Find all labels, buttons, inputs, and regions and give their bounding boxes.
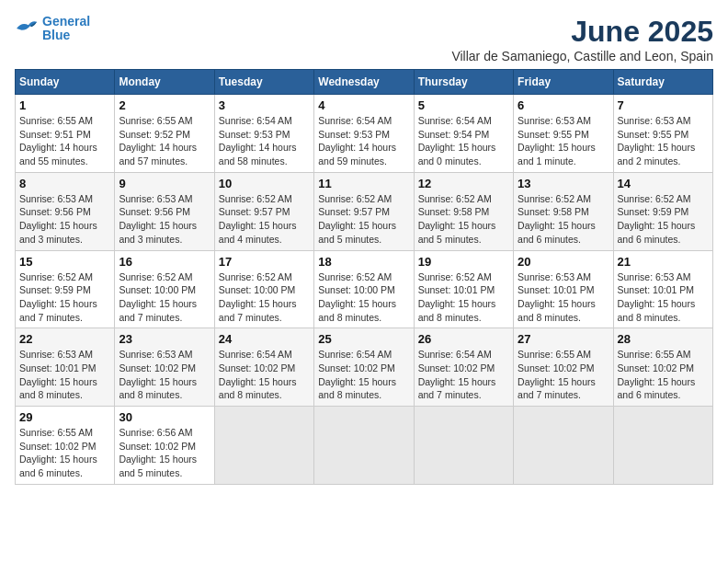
calendar-cell: 8Sunrise: 6:53 AM Sunset: 9:56 PM Daylig… xyxy=(16,172,115,250)
logo-line1: General xyxy=(42,14,90,29)
day-detail: Sunrise: 6:53 AM Sunset: 10:01 PM Daylig… xyxy=(618,270,709,325)
logo-text: General Blue xyxy=(42,15,90,43)
day-number: 13 xyxy=(518,177,609,190)
day-number: 20 xyxy=(518,255,609,269)
calendar-cell: 2Sunrise: 6:55 AM Sunset: 9:52 PM Daylig… xyxy=(115,95,214,173)
day-header-saturday: Saturday xyxy=(613,70,712,95)
day-number: 10 xyxy=(219,177,310,190)
day-number: 25 xyxy=(318,332,409,346)
calendar-cell: 6Sunrise: 6:53 AM Sunset: 9:55 PM Daylig… xyxy=(514,95,613,173)
day-number: 27 xyxy=(518,332,609,346)
day-number: 16 xyxy=(119,255,210,269)
day-detail: Sunrise: 6:54 AM Sunset: 10:02 PM Daylig… xyxy=(318,348,409,402)
day-detail: Sunrise: 6:52 AM Sunset: 10:01 PM Daylig… xyxy=(418,270,509,325)
day-detail: Sunrise: 6:52 AM Sunset: 10:00 PM Daylig… xyxy=(119,270,210,325)
logo: General Blue xyxy=(15,15,90,43)
calendar-week-1: 1Sunrise: 6:55 AM Sunset: 9:51 PM Daylig… xyxy=(16,95,713,173)
title-area: June 2025 Villar de Samaniego, Castille … xyxy=(451,15,713,63)
calendar-cell: 10Sunrise: 6:52 AM Sunset: 9:57 PM Dayli… xyxy=(214,172,313,250)
day-header-wednesday: Wednesday xyxy=(314,70,414,95)
day-number: 22 xyxy=(19,332,110,346)
day-detail: Sunrise: 6:55 AM Sunset: 9:52 PM Dayligh… xyxy=(119,114,210,168)
calendar-cell: 30Sunrise: 6:56 AM Sunset: 10:02 PM Dayl… xyxy=(115,407,214,485)
calendar-week-3: 15Sunrise: 6:52 AM Sunset: 9:59 PM Dayli… xyxy=(16,250,713,328)
calendar-cell: 14Sunrise: 6:52 AM Sunset: 9:59 PM Dayli… xyxy=(613,172,712,250)
calendar-cell: 16Sunrise: 6:52 AM Sunset: 10:00 PM Dayl… xyxy=(115,250,214,328)
calendar-cell: 17Sunrise: 6:52 AM Sunset: 10:00 PM Dayl… xyxy=(214,250,313,328)
day-detail: Sunrise: 6:55 AM Sunset: 9:51 PM Dayligh… xyxy=(19,114,110,168)
day-detail: Sunrise: 6:54 AM Sunset: 10:02 PM Daylig… xyxy=(219,348,310,402)
day-number: 24 xyxy=(219,332,310,346)
calendar-cell: 15Sunrise: 6:52 AM Sunset: 9:59 PM Dayli… xyxy=(16,250,115,328)
day-number: 26 xyxy=(418,332,509,346)
day-detail: Sunrise: 6:55 AM Sunset: 10:02 PM Daylig… xyxy=(518,348,609,402)
day-number: 1 xyxy=(19,98,110,112)
day-number: 8 xyxy=(19,177,110,190)
day-number: 28 xyxy=(618,332,709,346)
calendar-cell: 7Sunrise: 6:53 AM Sunset: 9:55 PM Daylig… xyxy=(613,95,712,173)
day-number: 19 xyxy=(418,255,509,269)
day-detail: Sunrise: 6:53 AM Sunset: 10:02 PM Daylig… xyxy=(119,348,210,402)
calendar-table: SundayMondayTuesdayWednesdayThursdayFrid… xyxy=(15,69,713,485)
calendar-cell xyxy=(514,407,613,485)
calendar-cell: 19Sunrise: 6:52 AM Sunset: 10:01 PM Dayl… xyxy=(414,250,513,328)
day-detail: Sunrise: 6:53 AM Sunset: 9:56 PM Dayligh… xyxy=(119,192,210,247)
month-title: June 2025 xyxy=(451,15,713,49)
calendar-body: 1Sunrise: 6:55 AM Sunset: 9:51 PM Daylig… xyxy=(16,95,713,485)
calendar-cell: 9Sunrise: 6:53 AM Sunset: 9:56 PM Daylig… xyxy=(115,172,214,250)
header-row: SundayMondayTuesdayWednesdayThursdayFrid… xyxy=(16,70,713,95)
day-detail: Sunrise: 6:55 AM Sunset: 10:02 PM Daylig… xyxy=(618,348,709,402)
logo-icon xyxy=(15,18,40,39)
day-detail: Sunrise: 6:53 AM Sunset: 9:55 PM Dayligh… xyxy=(518,114,609,168)
day-number: 14 xyxy=(618,177,709,190)
day-header-sunday: Sunday xyxy=(16,70,115,95)
calendar-cell: 23Sunrise: 6:53 AM Sunset: 10:02 PM Dayl… xyxy=(115,328,214,407)
calendar-cell: 24Sunrise: 6:54 AM Sunset: 10:02 PM Dayl… xyxy=(214,328,313,407)
day-number: 18 xyxy=(318,255,409,269)
day-detail: Sunrise: 6:54 AM Sunset: 9:53 PM Dayligh… xyxy=(219,114,310,168)
calendar-cell: 12Sunrise: 6:52 AM Sunset: 9:58 PM Dayli… xyxy=(414,172,513,250)
day-detail: Sunrise: 6:53 AM Sunset: 10:01 PM Daylig… xyxy=(518,270,609,325)
day-detail: Sunrise: 6:55 AM Sunset: 10:02 PM Daylig… xyxy=(19,426,110,480)
day-detail: Sunrise: 6:56 AM Sunset: 10:02 PM Daylig… xyxy=(119,426,210,480)
day-number: 2 xyxy=(119,98,210,112)
calendar-header: SundayMondayTuesdayWednesdayThursdayFrid… xyxy=(16,70,713,95)
calendar-cell: 22Sunrise: 6:53 AM Sunset: 10:01 PM Dayl… xyxy=(16,328,115,407)
location-subtitle: Villar de Samaniego, Castille and Leon, … xyxy=(451,49,713,63)
day-number: 12 xyxy=(418,177,509,190)
day-detail: Sunrise: 6:52 AM Sunset: 9:57 PM Dayligh… xyxy=(318,192,409,247)
calendar-cell xyxy=(314,407,414,485)
day-detail: Sunrise: 6:54 AM Sunset: 10:02 PM Daylig… xyxy=(418,348,509,402)
day-detail: Sunrise: 6:52 AM Sunset: 9:58 PM Dayligh… xyxy=(418,192,509,247)
day-header-tuesday: Tuesday xyxy=(214,70,313,95)
calendar-cell: 4Sunrise: 6:54 AM Sunset: 9:53 PM Daylig… xyxy=(314,95,414,173)
day-number: 4 xyxy=(318,98,409,112)
day-detail: Sunrise: 6:52 AM Sunset: 9:57 PM Dayligh… xyxy=(219,192,310,247)
day-number: 29 xyxy=(19,410,110,424)
calendar-week-5: 29Sunrise: 6:55 AM Sunset: 10:02 PM Dayl… xyxy=(16,407,713,485)
calendar-week-2: 8Sunrise: 6:53 AM Sunset: 9:56 PM Daylig… xyxy=(16,172,713,250)
day-detail: Sunrise: 6:53 AM Sunset: 9:55 PM Dayligh… xyxy=(618,114,709,168)
calendar-cell xyxy=(613,407,712,485)
calendar-cell: 3Sunrise: 6:54 AM Sunset: 9:53 PM Daylig… xyxy=(214,95,313,173)
calendar-cell: 13Sunrise: 6:52 AM Sunset: 9:58 PM Dayli… xyxy=(514,172,613,250)
day-detail: Sunrise: 6:52 AM Sunset: 9:58 PM Dayligh… xyxy=(518,192,609,247)
calendar-cell: 5Sunrise: 6:54 AM Sunset: 9:54 PM Daylig… xyxy=(414,95,513,173)
logo-line2: Blue xyxy=(42,28,70,42)
calendar-cell xyxy=(214,407,313,485)
day-detail: Sunrise: 6:53 AM Sunset: 9:56 PM Dayligh… xyxy=(19,192,110,247)
day-detail: Sunrise: 6:54 AM Sunset: 9:53 PM Dayligh… xyxy=(318,114,409,168)
day-number: 9 xyxy=(119,177,210,190)
day-detail: Sunrise: 6:52 AM Sunset: 9:59 PM Dayligh… xyxy=(19,270,110,325)
calendar-cell: 26Sunrise: 6:54 AM Sunset: 10:02 PM Dayl… xyxy=(414,328,513,407)
day-detail: Sunrise: 6:54 AM Sunset: 9:54 PM Dayligh… xyxy=(418,114,509,168)
day-header-thursday: Thursday xyxy=(414,70,513,95)
day-detail: Sunrise: 6:53 AM Sunset: 10:01 PM Daylig… xyxy=(19,348,110,402)
day-header-friday: Friday xyxy=(514,70,613,95)
day-number: 5 xyxy=(418,98,509,112)
day-detail: Sunrise: 6:52 AM Sunset: 10:00 PM Daylig… xyxy=(219,270,310,325)
day-number: 17 xyxy=(219,255,310,269)
day-detail: Sunrise: 6:52 AM Sunset: 10:00 PM Daylig… xyxy=(318,270,409,325)
calendar-cell: 25Sunrise: 6:54 AM Sunset: 10:02 PM Dayl… xyxy=(314,328,414,407)
day-number: 6 xyxy=(518,98,609,112)
